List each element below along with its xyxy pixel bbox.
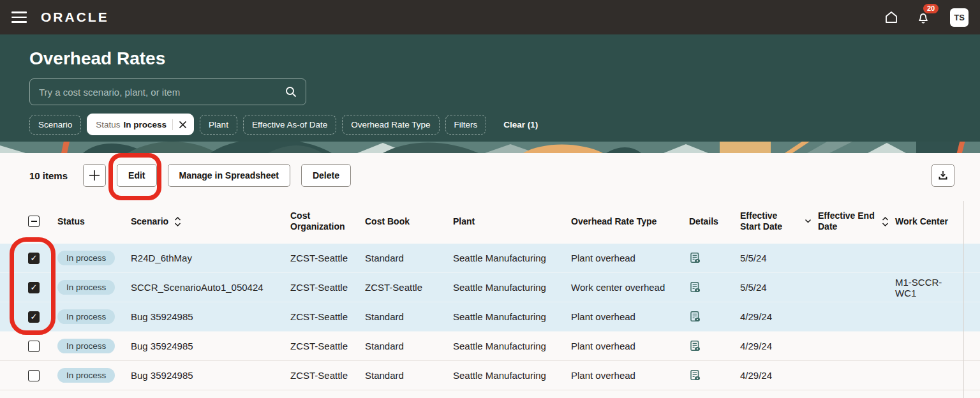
status-badge: In process	[57, 309, 115, 325]
row-checkbox[interactable]	[28, 341, 40, 352]
cell-select	[28, 253, 57, 264]
row-checkbox[interactable]	[28, 311, 40, 323]
filter-chips-row: ScenarioStatusIn processPlantEffective A…	[29, 114, 980, 135]
row-checkbox[interactable]	[28, 370, 40, 381]
column-header-work-center: Work Center	[895, 216, 963, 227]
cell-scenario: R24D_6thMay	[131, 253, 290, 263]
manage-in-spreadsheet-button[interactable]: Manage in Spreadsheet	[168, 164, 290, 187]
cell-select	[28, 341, 57, 352]
filter-chip-applied-status[interactable]: StatusIn process	[87, 114, 194, 135]
table-header-row: StatusScenarioCost OrganizationCost Book…	[0, 199, 980, 244]
search-input[interactable]	[39, 87, 284, 98]
cell-status: In process	[57, 339, 131, 354]
table-row[interactable]: In processBug 35924985ZCST-SeattleStanda…	[0, 361, 980, 390]
cell-plant: Seattle Manufacturing	[453, 341, 571, 351]
column-header-plant: Plant	[453, 216, 571, 227]
decorative-banner	[0, 142, 980, 153]
cell-status: In process	[57, 309, 131, 325]
search-box[interactable]	[29, 78, 306, 105]
column-header-effective-end-date[interactable]: Effective End Date	[818, 210, 895, 232]
table-toolbar: 10 items Edit Manage in Spreadsheet Dele…	[0, 153, 980, 198]
cell-cost-book: Standard	[365, 341, 453, 351]
close-x-icon[interactable]	[179, 121, 187, 129]
details-list-icon[interactable]	[689, 252, 701, 264]
row-checkbox[interactable]	[28, 282, 40, 293]
cell-effective-start-date: 5/5/24	[740, 282, 818, 293]
page-title: Overhead Rates	[29, 48, 980, 69]
table-row[interactable]: In processSCCR_ScenarioAuto1_050424ZCST-…	[0, 273, 980, 302]
chevron-down-icon[interactable]	[805, 219, 812, 224]
download-button[interactable]	[932, 164, 954, 187]
cell-select	[28, 370, 57, 381]
notification-bell-icon[interactable]: 20	[916, 10, 931, 25]
details-list-icon[interactable]	[689, 369, 701, 381]
hamburger-menu-icon[interactable]	[11, 11, 27, 23]
cell-effective-start-date: 4/29/24	[740, 341, 818, 351]
cell-overhead-rate-type: Plant overhead	[571, 253, 689, 263]
chip-value-label: In process	[124, 120, 167, 129]
details-list-icon[interactable]	[689, 281, 701, 293]
cell-overhead-rate-type: Plant overhead	[571, 341, 689, 351]
delete-button[interactable]: Delete	[301, 164, 351, 187]
row-checkbox[interactable]	[28, 253, 40, 264]
select-all-checkbox[interactable]	[28, 216, 40, 227]
column-header-effective-start-date[interactable]: Effective Start Date	[740, 210, 818, 232]
top-app-bar: ORACLE 20 TS	[0, 0, 980, 34]
table-row[interactable]: In processBug 35924985ZCST-SeattleStanda…	[0, 302, 980, 332]
sort-updown-icon[interactable]	[882, 216, 889, 227]
cell-select	[28, 282, 57, 293]
cell-cost-book: Standard	[365, 370, 453, 381]
filter-chip-filters[interactable]: Filters	[445, 115, 487, 135]
status-badge: In process	[57, 339, 115, 354]
cell-cost-organization: ZCST-Seattle	[290, 311, 365, 322]
cell-status: In process	[57, 251, 131, 266]
frozen-column-divider	[963, 201, 964, 398]
details-list-icon[interactable]	[689, 311, 701, 323]
column-header-details: Details	[689, 216, 740, 227]
column-header-cost-organization: Cost Organization	[290, 210, 365, 232]
edit-button[interactable]: Edit	[117, 164, 156, 187]
cell-cost-organization: ZCST-Seattle	[290, 282, 365, 293]
user-avatar[interactable]: TS	[950, 8, 969, 27]
status-badge: In process	[57, 251, 115, 266]
search-icon[interactable]	[284, 85, 298, 99]
cell-cost-organization: ZCST-Seattle	[290, 341, 365, 351]
cell-details[interactable]	[689, 340, 740, 352]
cell-plant: Seattle Manufacturing	[453, 253, 571, 263]
table-row[interactable]: In processR24D_6thMayZCST-SeattleStandar…	[0, 244, 980, 273]
cell-plant: Seattle Manufacturing	[453, 282, 571, 293]
oracle-logo: ORACLE	[41, 10, 109, 25]
overhead-rates-table: StatusScenarioCost OrganizationCost Book…	[0, 199, 980, 390]
cell-status: In process	[57, 368, 131, 383]
cell-scenario: Bug 35924985	[131, 311, 290, 322]
cell-details[interactable]	[689, 311, 740, 323]
cell-details[interactable]	[689, 252, 740, 264]
filter-chip-plant[interactable]: Plant	[200, 115, 237, 135]
sort-updown-icon[interactable]	[174, 216, 181, 227]
cell-effective-start-date: 4/29/24	[740, 311, 818, 322]
clear-filters-link[interactable]: Clear (1)	[503, 120, 538, 129]
notification-count-badge: 20	[923, 4, 939, 13]
filter-chip-scenario[interactable]: Scenario	[29, 115, 81, 135]
cell-overhead-rate-type: Plant overhead	[571, 311, 689, 322]
cell-cost-book: Standard	[365, 253, 453, 263]
cell-effective-start-date: 4/29/24	[740, 370, 818, 381]
filter-chip-effective-as-of-date[interactable]: Effective As-of Date	[243, 115, 336, 135]
column-header-scenario[interactable]: Scenario	[131, 216, 290, 227]
cell-overhead-rate-type: Work center overhead	[571, 282, 689, 293]
items-count: 10 items	[29, 170, 68, 181]
cell-details[interactable]	[689, 369, 740, 381]
details-list-icon[interactable]	[689, 340, 701, 352]
home-icon[interactable]	[884, 10, 899, 25]
table-row[interactable]: In processBug 35924985ZCST-SeattleStanda…	[0, 332, 980, 361]
filter-chip-overhead-rate-type[interactable]: Overhead Rate Type	[342, 115, 439, 135]
overhead-rates-page: ORACLE 20 TS Overhead Rates ScenarioStat…	[0, 0, 980, 398]
plus-icon	[89, 170, 100, 181]
cell-select	[28, 311, 57, 323]
column-header-cost-book: Cost Book	[365, 216, 453, 227]
column-header-status: Status	[57, 216, 131, 227]
cell-cost-organization: ZCST-Seattle	[290, 370, 365, 381]
cell-details[interactable]	[689, 281, 740, 293]
cell-status: In process	[57, 280, 131, 295]
add-button[interactable]	[83, 164, 106, 187]
